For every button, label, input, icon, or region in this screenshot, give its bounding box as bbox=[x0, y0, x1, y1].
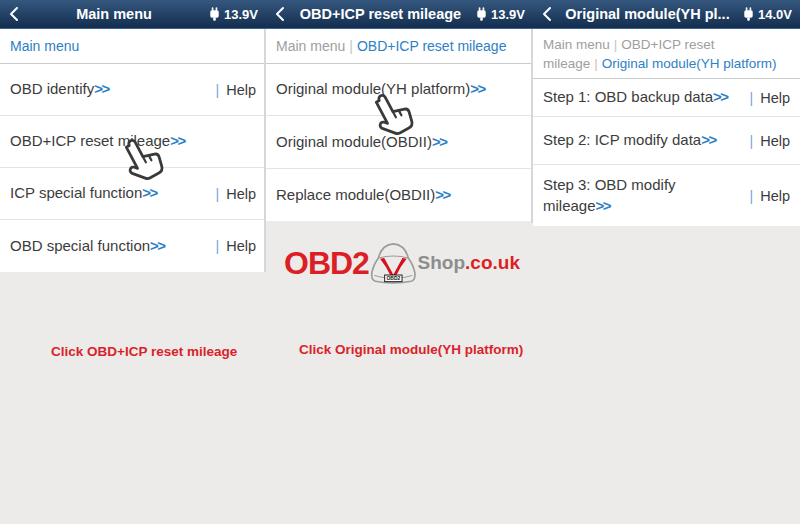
breadcrumb: Main menu bbox=[0, 29, 266, 63]
voltage-reading: 13.9V bbox=[491, 7, 525, 22]
breadcrumb: Main menu|OBD+ICP reset mileage|Original… bbox=[533, 29, 800, 78]
voltage-indicator: 14.0V bbox=[739, 7, 792, 22]
double-chevron-icon: >> bbox=[701, 131, 716, 148]
help-button[interactable]: |Help bbox=[216, 238, 256, 254]
back-button[interactable] bbox=[275, 6, 289, 22]
voltage-indicator: 13.9V bbox=[205, 7, 258, 22]
instruction-caption: Click Original module(YH platform) bbox=[299, 342, 523, 357]
tap-hand-icon bbox=[366, 90, 418, 142]
instruction-caption: Click OBD+ICP reset mileage bbox=[51, 344, 237, 359]
logo-obd2-text: OBD2 bbox=[284, 245, 369, 282]
logo-shop-text: Shop bbox=[418, 252, 466, 274]
help-button[interactable]: |Help bbox=[750, 90, 790, 106]
menu-item-replace-module-obdii[interactable]: Replace module(OBDII)>> bbox=[266, 168, 533, 221]
breadcrumb-separator: | bbox=[590, 56, 602, 71]
help-label: Help bbox=[226, 82, 256, 98]
double-chevron-icon: >> bbox=[596, 197, 611, 214]
breadcrumb-parent[interactable]: Main menu bbox=[543, 37, 610, 52]
breadcrumb: Main menu|OBD+ICP reset mileage bbox=[266, 29, 533, 63]
help-button[interactable]: |Help bbox=[216, 186, 256, 202]
menu-list: Original module(YH platform)>> Original … bbox=[266, 63, 533, 221]
double-chevron-icon: >> bbox=[94, 80, 109, 97]
screenshot-canvas: Main menu 13.9V Main menu OBD identify>>… bbox=[0, 0, 800, 524]
power-plug-icon bbox=[743, 7, 754, 22]
help-divider: | bbox=[216, 238, 220, 254]
menu-item-step3-obd-modify-mileage[interactable]: Step 3: OBD modify mileage>> |Help bbox=[533, 164, 800, 226]
help-divider: | bbox=[750, 133, 754, 149]
help-divider: | bbox=[750, 90, 754, 106]
double-chevron-icon: >> bbox=[150, 237, 165, 254]
help-button[interactable]: |Help bbox=[750, 133, 790, 149]
help-label: Help bbox=[760, 133, 790, 149]
menu-item-label: Replace module(OBDII) bbox=[276, 186, 435, 203]
menu-list: Step 1: OBD backup data>> |Help Step 2: … bbox=[533, 78, 800, 226]
help-divider: | bbox=[216, 186, 220, 202]
menu-item-label: Step 2: ICP modify data bbox=[543, 131, 701, 148]
double-chevron-icon: >> bbox=[170, 132, 185, 149]
double-chevron-icon: >> bbox=[432, 133, 447, 150]
car-logo-icon: OBD2 bbox=[366, 235, 421, 291]
voltage-reading: 13.9V bbox=[224, 7, 258, 22]
chevron-left-icon bbox=[9, 6, 19, 22]
help-label: Help bbox=[760, 188, 790, 204]
menu-item-label: OBD special function bbox=[10, 237, 150, 254]
help-button[interactable]: |Help bbox=[216, 82, 256, 98]
breadcrumb-current: Main menu bbox=[10, 38, 79, 54]
menu-item-label: Step 1: OBD backup data bbox=[543, 88, 713, 105]
power-plug-icon bbox=[209, 7, 220, 22]
title-bar: Main menu 13.9V bbox=[0, 0, 266, 29]
help-divider: | bbox=[750, 188, 754, 204]
logo-tld-text: .co.uk bbox=[465, 252, 520, 274]
help-label: Help bbox=[226, 186, 256, 202]
menu-item-step1-obd-backup-data[interactable]: Step 1: OBD backup data>> |Help bbox=[533, 78, 800, 116]
back-button[interactable] bbox=[542, 6, 556, 22]
page-title: OBD+ICP reset mileage bbox=[289, 6, 472, 22]
page-title: Original module(YH pl... bbox=[556, 6, 739, 22]
screen-original-module-yh: Original module(YH pl... 14.0V Main menu… bbox=[533, 0, 800, 524]
help-label: Help bbox=[760, 90, 790, 106]
menu-item-obd-special-function[interactable]: OBD special function>> |Help bbox=[0, 219, 266, 272]
panel-divider bbox=[531, 29, 533, 223]
menu-item-label: OBD identify bbox=[10, 80, 94, 97]
breadcrumb-separator: | bbox=[610, 37, 622, 52]
title-bar: OBD+ICP reset mileage 13.9V bbox=[266, 0, 533, 29]
chevron-left-icon bbox=[542, 6, 552, 22]
logo-plate-text: OBD2 bbox=[386, 276, 400, 281]
title-bar: Original module(YH pl... 14.0V bbox=[533, 0, 800, 29]
page-title: Main menu bbox=[23, 6, 205, 22]
power-plug-icon bbox=[476, 7, 487, 22]
voltage-reading: 14.0V bbox=[758, 7, 792, 22]
screen-main-menu: Main menu 13.9V Main menu OBD identify>>… bbox=[0, 0, 266, 524]
double-chevron-icon: >> bbox=[713, 88, 728, 105]
obd2shop-logo: OBD2 OBD2 Shop .co.uk bbox=[284, 234, 520, 292]
breadcrumb-current: Original module(YH platform) bbox=[602, 56, 777, 71]
double-chevron-icon: >> bbox=[470, 80, 485, 97]
help-label: Help bbox=[226, 238, 256, 254]
breadcrumb-separator: | bbox=[345, 38, 357, 54]
help-button[interactable]: |Help bbox=[750, 188, 790, 204]
breadcrumb-current: OBD+ICP reset mileage bbox=[357, 38, 507, 54]
chevron-left-icon bbox=[275, 6, 285, 22]
breadcrumb-parent[interactable]: Main menu bbox=[276, 38, 345, 54]
double-chevron-icon: >> bbox=[435, 186, 450, 203]
tap-hand-icon bbox=[116, 135, 168, 187]
menu-item-obd-identify[interactable]: OBD identify>> |Help bbox=[0, 63, 266, 115]
voltage-indicator: 13.9V bbox=[472, 7, 525, 22]
help-divider: | bbox=[216, 82, 220, 98]
panel-divider bbox=[264, 29, 266, 272]
back-button[interactable] bbox=[9, 6, 23, 22]
menu-item-step2-icp-modify-data[interactable]: Step 2: ICP modify data>> |Help bbox=[533, 116, 800, 164]
